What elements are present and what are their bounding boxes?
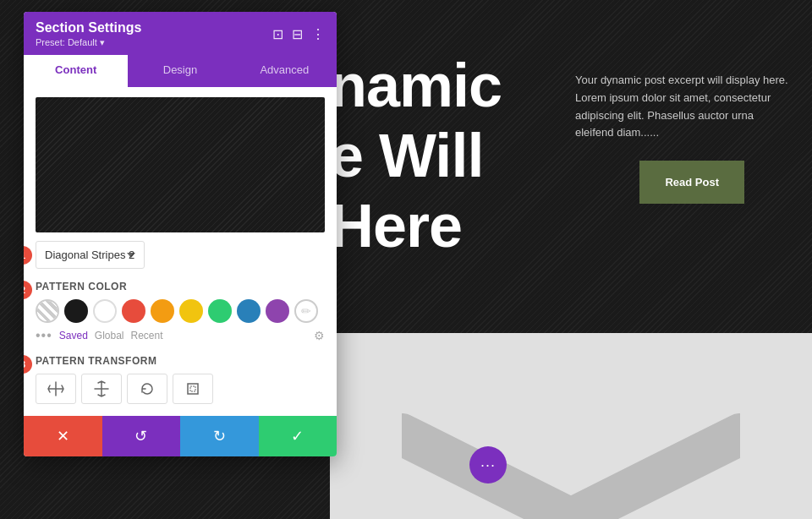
cancel-icon: ✕ — [57, 427, 69, 445]
swatch-blue[interactable] — [237, 299, 261, 323]
swatch-custom[interactable]: ✏ — [294, 299, 318, 323]
pattern-transform-label: Pattern Transform — [36, 355, 325, 367]
svg-rect-1 — [190, 386, 195, 391]
panel-subtitle: Preset: Default ▾ — [36, 37, 141, 48]
swatch-orange[interactable] — [151, 299, 174, 323]
cancel-button[interactable]: ✕ — [24, 416, 102, 456]
chevron-area — [330, 333, 812, 519]
more-colors-icon[interactable]: ••• — [36, 328, 52, 343]
redo-icon: ↻ — [213, 427, 226, 445]
panel-header-icons: ⊡ ⊟ ⋮ — [272, 26, 325, 42]
scale-icon — [184, 380, 201, 397]
color-swatches-row: ✏ — [36, 299, 325, 323]
color-footer: ••• Saved Global Recent ⚙ — [36, 328, 325, 343]
swatch-black[interactable] — [64, 299, 88, 323]
dropdown-section: 1 Diagonal Stripes 2 None Diagonal Strip… — [36, 241, 325, 269]
tab-content[interactable]: Content — [24, 55, 128, 87]
redo-button[interactable]: ↻ — [180, 416, 259, 456]
dots-icon: ··· — [480, 456, 496, 474]
flip-v-button[interactable] — [81, 374, 122, 404]
swatch-yellow[interactable] — [179, 299, 203, 323]
swatch-transparent[interactable] — [36, 299, 59, 323]
chevron-icon — [402, 367, 740, 519]
step-badge-3: 3 — [24, 355, 32, 374]
settings-panel: Section Settings Preset: Default ▾ ⊡ ⊟ ⋮… — [24, 12, 337, 456]
tab-advanced[interactable]: Advanced — [233, 55, 337, 87]
step-badge-2: 2 — [24, 281, 32, 299]
panel-title: Section Settings — [36, 20, 141, 36]
swatch-purple[interactable] — [266, 299, 289, 323]
rotate-button[interactable] — [127, 374, 167, 404]
transform-buttons-row — [36, 374, 325, 404]
panel-header: Section Settings Preset: Default ▾ ⊡ ⊟ ⋮ — [24, 12, 337, 55]
swatch-green[interactable] — [208, 299, 232, 323]
pattern-select[interactable]: Diagonal Stripes 2 None Diagonal Stripes… — [36, 241, 145, 269]
gear-icon[interactable]: ⚙ — [314, 329, 325, 342]
global-tab[interactable]: Global — [95, 330, 124, 341]
pattern-preview — [36, 97, 325, 232]
rotate-icon — [139, 380, 156, 397]
panel-footer: ✕ ↺ ↻ ✓ — [24, 416, 337, 456]
floating-action-button[interactable]: ··· — [469, 446, 507, 483]
saved-tab[interactable]: Saved — [59, 330, 88, 341]
more-icon[interactable]: ⋮ — [311, 26, 325, 42]
swatch-white[interactable] — [93, 299, 117, 323]
scale-button[interactable] — [173, 374, 213, 404]
undo-button[interactable]: ↺ — [102, 416, 181, 456]
flip-h-button[interactable] — [36, 374, 76, 404]
undo-icon: ↺ — [134, 427, 147, 445]
pattern-transform-section: 3 Pattern Transform — [36, 355, 325, 404]
tab-design[interactable]: Design — [128, 55, 232, 87]
expand-icon[interactable]: ⊡ — [272, 26, 283, 42]
step-badge-1: 1 — [24, 246, 32, 265]
svg-rect-0 — [188, 384, 198, 394]
confirm-button[interactable]: ✓ — [259, 416, 337, 456]
recent-tab[interactable]: Recent — [131, 330, 163, 341]
flip-v-icon — [93, 380, 110, 397]
post-excerpt: Your dynamic post excerpt will display h… — [575, 72, 795, 142]
flip-h-icon — [47, 380, 64, 397]
swatch-red[interactable] — [122, 299, 145, 323]
panel-body: 1 Diagonal Stripes 2 None Diagonal Strip… — [24, 87, 337, 404]
columns-icon[interactable]: ⊟ — [292, 26, 303, 42]
pattern-color-label: Pattern Color — [36, 281, 325, 292]
read-post-button[interactable]: Read Post — [639, 161, 744, 204]
panel-tabs: Content Design Advanced — [24, 55, 337, 87]
confirm-icon: ✓ — [291, 427, 304, 445]
pattern-color-section: 2 Pattern Color ✏ ••• Saved Global Recen… — [36, 281, 325, 343]
